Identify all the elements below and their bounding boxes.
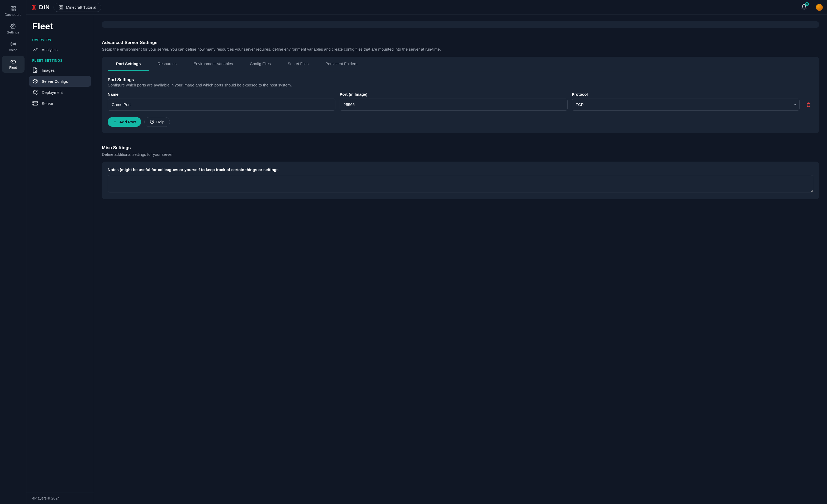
svg-rect-7 (59, 6, 60, 7)
sidebar-item-label: Server (42, 101, 53, 106)
advanced-card: Port Settings Resources Environment Vari… (102, 57, 819, 133)
plus-icon (113, 120, 117, 124)
svg-rect-2 (11, 9, 12, 11)
port-row: Name Port (in Image) Protocol (108, 92, 813, 111)
protocol-select[interactable] (572, 99, 799, 111)
add-port-button[interactable]: Add Port (108, 117, 141, 127)
content[interactable]: Advanced Server Settings Setup the envir… (94, 15, 827, 504)
svg-point-13 (36, 93, 38, 95)
sidebar-item-label: Deployment (42, 90, 63, 95)
tab-resources[interactable]: Resources (149, 57, 185, 71)
tab-secret-files[interactable]: Secret Files (279, 57, 317, 71)
tab-config-files[interactable]: Config Files (241, 57, 279, 71)
avatar[interactable] (816, 4, 823, 11)
port-label: Port (in Image) (340, 92, 567, 97)
gamepad-icon (10, 59, 16, 65)
tab-environment-variables[interactable]: Environment Variables (185, 57, 241, 71)
svg-point-12 (33, 90, 35, 92)
deployment-icon (32, 89, 38, 95)
tutorial-label: Minecraft Tutorial (66, 5, 96, 9)
help-button[interactable]: Help (144, 117, 170, 127)
document-plus-icon (32, 67, 38, 73)
name-input[interactable] (108, 99, 335, 111)
advanced-desc: Setup the environment for your server. Y… (102, 46, 819, 52)
advanced-title: Advanced Server Settings (102, 40, 819, 45)
rail-voice[interactable]: Voice (2, 38, 25, 55)
notes-input[interactable] (108, 175, 813, 192)
sidebar-item-server-configs[interactable]: Server Configs (29, 76, 91, 87)
server-icon (32, 100, 38, 106)
svg-point-4 (12, 25, 14, 27)
apps-icon (59, 5, 63, 10)
logo-badge-icon (31, 4, 38, 11)
sidebar-item-label: Analytics (42, 47, 57, 52)
rail-label: Fleet (9, 66, 17, 70)
svg-rect-3 (13, 9, 15, 11)
broadcast-icon (10, 41, 16, 47)
sidebar: Fleet OVERVIEW Analytics FLEET SETTINGS … (27, 15, 94, 504)
help-icon (150, 120, 154, 124)
tab-persistent-folders[interactable]: Persistent Folders (317, 57, 366, 71)
svg-rect-8 (61, 6, 62, 7)
misc-card: Notes (might be useful for colleagues or… (102, 162, 819, 199)
svg-rect-6 (10, 60, 15, 63)
rail-label: Settings (7, 30, 19, 34)
sidebar-item-label: Images (42, 68, 55, 72)
page-title: Fleet (29, 21, 91, 35)
notes-label: Notes (might be useful for colleagues or… (108, 167, 813, 172)
topbar: DIN Minecraft Tutorial 9 (27, 0, 827, 15)
rail-dashboard[interactable]: Dashboard (2, 3, 25, 20)
tab-port-settings[interactable]: Port Settings (108, 57, 149, 71)
tabs: Port Settings Resources Environment Vari… (102, 57, 819, 71)
misc-title: Misc Settings (102, 145, 819, 151)
notifications-button[interactable]: 9 (801, 4, 807, 11)
sidebar-item-analytics[interactable]: Analytics (29, 44, 91, 55)
sidebar-item-label: Server Configs (42, 79, 68, 83)
rail-settings[interactable]: Settings (2, 20, 25, 38)
package-icon (32, 78, 38, 84)
icon-rail: Dashboard Settings Voice Fleet (0, 0, 27, 504)
brand-text: DIN (39, 4, 50, 11)
notification-badge: 9 (805, 2, 809, 6)
grid-icon (10, 6, 16, 12)
svg-point-18 (34, 104, 34, 105)
svg-point-5 (13, 44, 14, 45)
help-label: Help (156, 120, 164, 124)
misc-desc: Define additional settings for your serv… (102, 152, 819, 158)
sidebar-item-deployment[interactable]: Deployment (29, 87, 91, 98)
footer-text: 4Players © 2024 (27, 492, 94, 504)
tutorial-chip[interactable]: Minecraft Tutorial (54, 3, 101, 12)
previous-card-stub (102, 21, 819, 28)
delete-port-button[interactable] (804, 99, 813, 111)
sidebar-heading-fleet-settings: FLEET SETTINGS (29, 55, 91, 65)
rail-fleet[interactable]: Fleet (2, 56, 25, 73)
svg-rect-0 (11, 7, 12, 8)
sidebar-heading-overview: OVERVIEW (29, 35, 91, 44)
protocol-label: Protocol (572, 92, 799, 97)
svg-point-17 (34, 102, 34, 103)
port-settings-title: Port Settings (108, 77, 813, 82)
gear-icon (10, 23, 16, 29)
svg-rect-10 (61, 8, 62, 9)
name-label: Name (108, 92, 335, 97)
port-settings-desc: Configure which ports are available in y… (108, 83, 813, 87)
svg-rect-1 (13, 7, 15, 8)
add-port-label: Add Port (119, 120, 136, 124)
logo[interactable]: DIN (31, 4, 50, 11)
rail-label: Voice (9, 48, 17, 52)
analytics-icon (32, 47, 38, 52)
svg-point-14 (36, 90, 38, 92)
rail-label: Dashboard (5, 13, 21, 17)
trash-icon (806, 102, 811, 107)
port-input[interactable] (340, 99, 567, 111)
svg-rect-9 (59, 8, 60, 9)
sidebar-item-images[interactable]: Images (29, 65, 91, 76)
sidebar-item-server[interactable]: Server (29, 98, 91, 109)
